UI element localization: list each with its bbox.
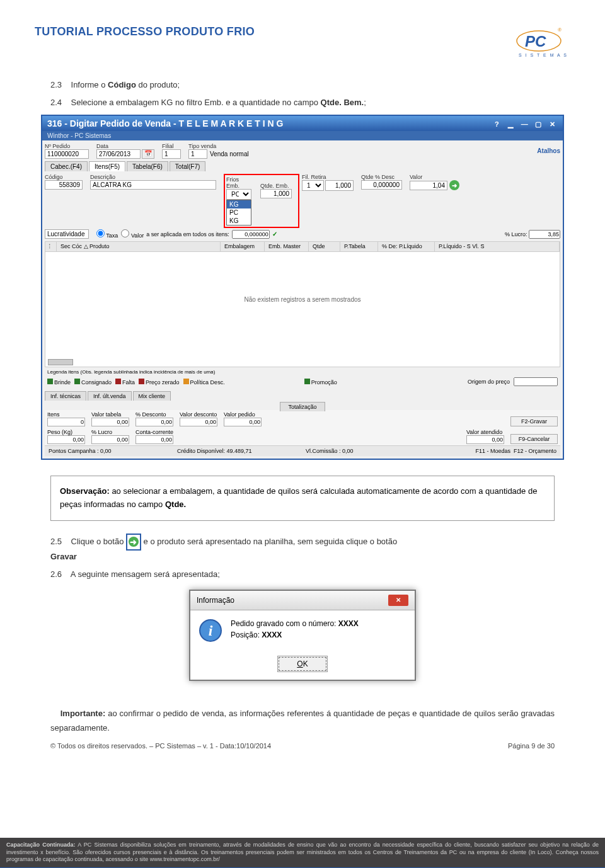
dialog-close-icon: ✕ <box>388 595 408 606</box>
step-2-3: 2.3 Informe o Código do produto; <box>50 79 570 91</box>
info-icon: i <box>199 619 222 642</box>
minimize-icon: ▁ <box>505 120 516 128</box>
secondary-tabs: Inf. técnicas Inf. últ.venda Mix cliente <box>45 391 560 401</box>
observacao-box: Observação: ao selecionar a embalagem, a… <box>50 476 555 521</box>
qtde-desc-input <box>361 180 402 190</box>
tab-cabec: Cabec.(F4) <box>45 161 88 171</box>
codigo-input <box>45 180 83 190</box>
totalizacao-tab: Totalização <box>280 402 325 411</box>
legend-title: Legenda itens (Obs. legenda sublinhada i… <box>45 367 560 375</box>
step-2-4: 2.4 Selecione a embalagem KG no filtro E… <box>50 96 570 109</box>
fil-retira-label: Fil. Retira <box>302 174 354 180</box>
tab-itens: Itens(F5) <box>89 161 125 171</box>
tab-total: Total(F7) <box>170 161 205 171</box>
status-bar: Pontos Campanha : 0,00 Crédito Disponíve… <box>45 445 560 456</box>
radio-valor <box>121 229 129 237</box>
emb-select: PC <box>226 189 251 200</box>
filial-input <box>162 149 181 159</box>
f9-cancelar-button: F9-Cancelar <box>510 434 558 444</box>
lucratividade-btn <box>45 229 89 239</box>
data-label: Data <box>96 143 154 149</box>
pedido-input <box>45 149 89 159</box>
emb-dropdown-list: KG PC KG <box>226 200 251 226</box>
tipovenda-label: Tipo venda <box>188 143 249 149</box>
descricao-input <box>90 180 216 190</box>
valor-input <box>410 181 447 190</box>
filial-label: Filial <box>162 143 181 149</box>
footer: Capacitação Continuada: A PC Sistemas di… <box>0 838 605 867</box>
descricao-label: Descrição <box>90 174 216 180</box>
svg-text:PC: PC <box>525 33 546 50</box>
svg-text:®: ® <box>558 27 562 33</box>
pct-lucro-input <box>529 230 560 239</box>
pedido-label: Nº Pedido <box>45 143 89 149</box>
green-add-button-icon: ➜ <box>126 534 141 551</box>
grid-empty-text: Não existem registros a serem mostrados <box>45 252 560 303</box>
valor-label: Valor <box>410 174 459 180</box>
atalhos-link: Atalhos <box>537 147 560 154</box>
page-title: TUTORIAL PROCESSO PRODUTO FRIO <box>35 25 255 38</box>
aplicada-input <box>232 230 270 239</box>
important-text: Importante: ao confirmar o pedido de ven… <box>50 706 555 736</box>
step-2-6: 2.6 A seguinte mensagem será apresentada… <box>50 568 570 581</box>
svg-text:S I S T E M A S: S I S T E M A S <box>519 53 568 57</box>
origem-preco-input <box>514 377 558 386</box>
venda-normal-text: Venda normal <box>210 151 249 157</box>
window-subtitle: Winthor - PC Sistemas <box>42 131 563 140</box>
ok-button: OK <box>279 657 326 671</box>
step-2-5: 2.5 Clique o botão ➜ e o produto será ap… <box>50 534 570 563</box>
window-titlebar: 316 - Digitar Pedido de Venda - T E L E … <box>42 116 563 131</box>
itens-total <box>47 418 85 426</box>
data-input <box>96 149 141 159</box>
fil-retira-qtd <box>325 180 354 191</box>
dialog-title: Informação <box>197 596 234 605</box>
tab-tabela: Tabela(F6) <box>127 161 168 171</box>
restore-icon: — <box>519 120 530 128</box>
main-tabs: Cabec.(F4) Itens(F5) Tabela(F6) Total(F7… <box>45 161 560 171</box>
f2-gravar-button: F2-Gravar <box>510 416 558 426</box>
highlighted-emb-area: Frios Emb. PC Qtde. Emb. KG PC <box>224 174 299 228</box>
tipovenda-input <box>188 149 207 159</box>
check-icon: ✓ <box>272 231 277 237</box>
qtde-emb-input <box>260 189 292 198</box>
help-icon: ? <box>491 120 502 128</box>
legend-row: Brinde Consignado Falta Preço zerado Pol… <box>45 375 560 389</box>
codigo-label: Código <box>45 174 83 180</box>
app-window-screenshot: 316 - Digitar Pedido de Venda - T E L E … <box>41 115 564 460</box>
scrollbar-thumb <box>48 359 73 365</box>
pc-sistemas-logo: ® PC S I S T E M A S <box>514 25 570 60</box>
dialog-line2: Posição: XXXX <box>231 631 359 639</box>
dialog-line1: Pedido gravado com o número: XXXX <box>231 619 359 628</box>
items-grid: ⦙ Sec Cóc △ Produto Embalagem Emb. Maste… <box>45 241 560 367</box>
maximize-icon: ▢ <box>533 120 544 128</box>
fil-retira-select: 1 <box>302 180 324 191</box>
info-dialog-screenshot: Informação ✕ i Pedido gravado com o núme… <box>189 590 416 681</box>
copyright-line: © Todos os direitos reservados. – PC Sis… <box>50 742 555 750</box>
window-controls: ? ▁ — ▢ ✕ <box>491 118 558 128</box>
close-icon: ✕ <box>546 120 558 128</box>
confirm-icon: ➜ <box>449 180 459 190</box>
calendar-icon: 📅 <box>142 149 154 159</box>
qtde-desc-label: Qtde % Desc <box>361 174 402 180</box>
radio-taxa <box>96 229 105 237</box>
